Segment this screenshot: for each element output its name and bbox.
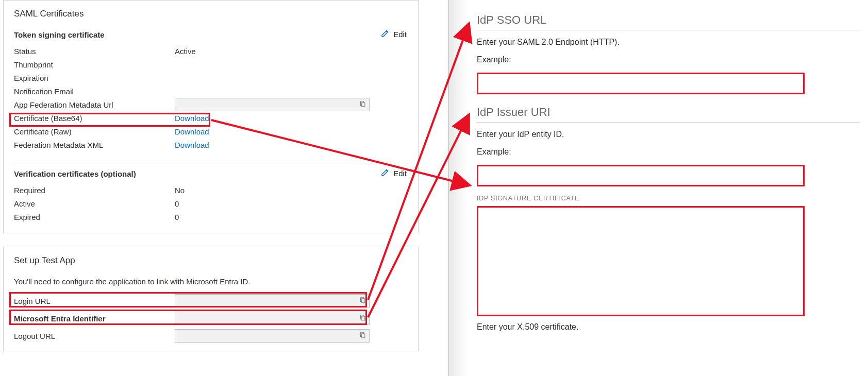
copy-icon bbox=[359, 297, 366, 305]
row-expired: Expired 0 bbox=[14, 210, 407, 224]
login-url-field[interactable] bbox=[175, 294, 370, 307]
example-label-1: Example: bbox=[477, 55, 859, 64]
active-label: Active bbox=[14, 199, 175, 208]
svg-rect-7 bbox=[362, 333, 365, 337]
row-notification: Notification Email bbox=[14, 84, 407, 98]
token-kv-grid: Status Active Thumbprint Expiration Noti… bbox=[14, 44, 407, 151]
active-value: 0 bbox=[175, 199, 407, 208]
right-pane: IdP SSO URL Enter your SAML 2.0 Endpoint… bbox=[448, 0, 868, 376]
pencil-icon bbox=[381, 29, 389, 39]
idp-signature-cert-textarea[interactable] bbox=[477, 206, 805, 316]
required-value: No bbox=[175, 186, 407, 195]
idp-sso-url-heading: IdP SSO URL bbox=[477, 13, 859, 27]
edit-button-token[interactable]: Edit bbox=[381, 29, 407, 39]
svg-rect-1 bbox=[362, 102, 365, 106]
expired-label: Expired bbox=[14, 213, 175, 221]
setup-desc: You'll need to configure the application… bbox=[14, 277, 407, 286]
row-expiration: Expiration bbox=[14, 71, 407, 84]
example-label-2: Example: bbox=[477, 147, 859, 157]
notification-label: Notification Email bbox=[14, 87, 175, 96]
download-link-raw[interactable]: Download bbox=[175, 127, 209, 136]
edit-button-verification[interactable]: Edit bbox=[381, 168, 407, 178]
row-active: Active 0 bbox=[14, 197, 407, 210]
idp-sso-url-input[interactable] bbox=[477, 73, 805, 94]
copy-icon bbox=[359, 314, 366, 323]
row-cert-base64: Certificate (Base64) Download bbox=[14, 111, 407, 125]
svg-rect-3 bbox=[362, 298, 365, 302]
svg-rect-5 bbox=[362, 316, 365, 320]
token-signing-heading: Token signing certificate bbox=[14, 30, 407, 39]
verify-kv-grid: Required No Active 0 Expired 0 bbox=[14, 183, 407, 224]
required-label: Required bbox=[14, 186, 175, 195]
entra-identifier-field[interactable] bbox=[175, 312, 370, 325]
token-signing-section: Token signing certificate Edit bbox=[14, 30, 407, 39]
divider bbox=[477, 122, 859, 123]
thumbprint-label: Thumbprint bbox=[14, 60, 175, 69]
login-url-label: Login URL bbox=[14, 297, 175, 305]
divider bbox=[477, 30, 859, 30]
idp-issuer-uri-desc: Enter your IdP entity ID. bbox=[477, 130, 859, 139]
idp-signature-cert-desc: Enter your X.509 certificate. bbox=[477, 322, 859, 332]
metadata-url-field[interactable] bbox=[175, 98, 370, 111]
status-value: Active bbox=[175, 47, 407, 56]
row-thumbprint: Thumbprint bbox=[14, 58, 407, 71]
right-content: IdP SSO URL Enter your SAML 2.0 Endpoint… bbox=[477, 9, 859, 340]
row-logout-url: Logout URL bbox=[14, 328, 407, 344]
status-label: Status bbox=[14, 47, 175, 56]
verification-section: Verification certificates (optional) Edi… bbox=[14, 169, 407, 178]
idp-issuer-uri-input[interactable] bbox=[477, 165, 805, 186]
edit-label: Edit bbox=[393, 169, 407, 178]
idp-issuer-uri-heading: IdP Issuer URI bbox=[477, 106, 859, 119]
download-link-base64[interactable]: Download bbox=[175, 114, 209, 123]
fed-xml-label: Federation Metadata XML bbox=[14, 141, 175, 149]
row-required: Required No bbox=[14, 183, 407, 197]
edit-label: Edit bbox=[393, 30, 407, 39]
row-metadata-url: App Federation Metadata Url bbox=[14, 98, 407, 111]
row-fed-xml: Federation Metadata XML Download bbox=[14, 138, 407, 151]
pencil-icon bbox=[381, 168, 389, 178]
entra-identifier-label: Microsoft Entra Identifier bbox=[14, 314, 175, 323]
logout-url-field[interactable] bbox=[175, 329, 370, 343]
expired-value: 0 bbox=[175, 213, 407, 221]
row-cert-raw: Certificate (Raw) Download bbox=[14, 125, 407, 138]
copy-icon bbox=[359, 100, 366, 109]
right-gutter bbox=[449, 0, 469, 376]
verification-heading: Verification certificates (optional) bbox=[14, 169, 407, 178]
setup-title: Set up Test App bbox=[14, 255, 407, 266]
logout-url-label: Logout URL bbox=[14, 332, 175, 340]
saml-title: SAML Certificates bbox=[14, 9, 407, 19]
saml-certificates-card: SAML Certificates Token signing certific… bbox=[3, 0, 419, 233]
cert-base64-label: Certificate (Base64) bbox=[14, 114, 175, 123]
expiration-label: Expiration bbox=[14, 74, 175, 82]
copy-icon bbox=[359, 332, 366, 340]
cert-raw-label: Certificate (Raw) bbox=[14, 127, 175, 136]
row-status: Status Active bbox=[14, 44, 407, 58]
idp-signature-cert-label: IDP SIGNATURE CERTIFICATE bbox=[477, 195, 859, 202]
row-entra-identifier: Microsoft Entra Identifier bbox=[14, 311, 407, 326]
metadata-url-label: App Federation Metadata Url bbox=[14, 100, 175, 109]
idp-sso-url-desc: Enter your SAML 2.0 Endpoint (HTTP). bbox=[477, 38, 859, 47]
setup-card: Set up Test App You'll need to configure… bbox=[3, 247, 419, 351]
metadata-url-value bbox=[175, 98, 407, 111]
left-column: SAML Certificates Token signing certific… bbox=[3, 0, 419, 365]
row-login-url: Login URL bbox=[14, 293, 407, 309]
download-link-fed-xml[interactable]: Download bbox=[175, 141, 209, 149]
divider bbox=[14, 161, 407, 161]
